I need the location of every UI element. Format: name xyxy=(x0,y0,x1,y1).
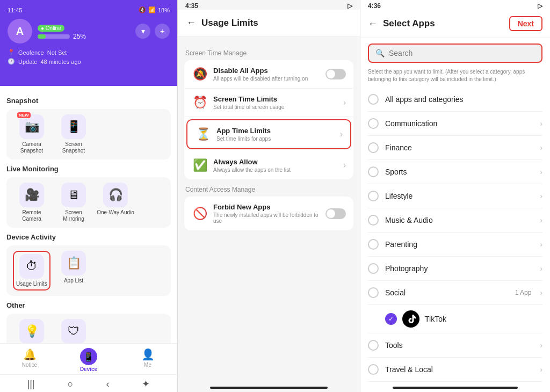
category-music-audio[interactable]: Music & Audio › xyxy=(368,208,542,233)
app-time-subtitle: Set time limits for apps xyxy=(216,136,335,142)
screen-time-content: Screen Time Limits Set total time of scr… xyxy=(213,95,338,110)
notice-icon: 🔔 xyxy=(23,348,37,361)
camera-snapshot-label: Camera Snapshot xyxy=(13,141,50,154)
gesture-back[interactable]: ‹ xyxy=(106,379,109,390)
category-all-apps[interactable]: All apps and categories xyxy=(368,88,542,112)
always-allow-item[interactable]: ✅ Always Allow Always allow the apps on … xyxy=(184,151,353,179)
screen-snapshot-icon-box: 📱 xyxy=(61,114,86,139)
select-hint: Select the app you want to limit. (After… xyxy=(360,68,550,88)
screen-time-icon: ⏰ xyxy=(192,96,208,110)
battery-fill xyxy=(38,34,46,39)
battery-row: 25% xyxy=(38,33,130,40)
check-permissions-item[interactable]: 🛡 Check Permissions xyxy=(55,319,92,343)
category-parenting[interactable]: Parenting › xyxy=(368,233,542,257)
disable-toggle[interactable] xyxy=(325,69,346,79)
panel3-back-button[interactable]: ← xyxy=(368,18,378,30)
chevron-parenting: › xyxy=(540,240,542,249)
category-tools[interactable]: Tools › xyxy=(368,333,542,358)
search-input[interactable] xyxy=(389,49,535,57)
me-label: Me xyxy=(144,362,151,368)
radio-lifestyle xyxy=(368,191,379,201)
screen-time-limits-item[interactable]: ⏰ Screen Time Limits Set total time of s… xyxy=(184,89,353,117)
panel-right: 4:36 ▷ ← Select Apps Next 🔍 Select the a… xyxy=(360,0,550,392)
chevron-social: › xyxy=(540,288,542,297)
avatar-initial: A xyxy=(16,25,24,38)
status-time: 11:45 xyxy=(8,7,23,13)
update-label: Update xyxy=(18,59,37,65)
cat-lifestyle-label: Lifestyle xyxy=(385,192,533,200)
one-way-audio-item[interactable]: 🎧 One-Way Audio xyxy=(97,183,134,222)
one-way-audio-label: One-Way Audio xyxy=(97,209,134,216)
forbid-title: Forbid New Apps xyxy=(213,203,320,211)
category-communication[interactable]: Communication › xyxy=(368,112,542,136)
battery-percent: 25% xyxy=(73,33,86,40)
check-permissions-icon: 🛡 xyxy=(68,324,79,338)
gesture-menu[interactable]: ||| xyxy=(27,379,35,390)
search-box[interactable]: 🔍 xyxy=(368,43,542,63)
add-button[interactable]: + xyxy=(155,24,170,39)
expand-button[interactable]: ▾ xyxy=(135,24,150,39)
screen-mirroring-item[interactable]: 🖥 Screen Mirroring xyxy=(55,183,92,222)
app-list-item[interactable]: 📋 App List xyxy=(55,251,92,291)
category-sports[interactable]: Sports › xyxy=(368,160,542,184)
screen-time-chevron: › xyxy=(343,98,346,107)
radio-photography xyxy=(368,263,379,274)
forbid-new-apps-item[interactable]: 🚫 Forbid New Apps The newly installed ap… xyxy=(184,197,353,230)
radio-travel-local xyxy=(368,364,379,375)
panel2-body: Screen Time Manage 🔕 Disable All Apps Al… xyxy=(178,37,360,383)
new-badge: NEW xyxy=(17,112,31,118)
gesture-home[interactable]: ○ xyxy=(68,379,74,390)
avatar: A xyxy=(8,19,32,43)
panel3-header-left: ← Select Apps xyxy=(368,18,435,30)
nav-device[interactable]: 📱 Device xyxy=(59,348,118,372)
next-button[interactable]: Next xyxy=(509,16,542,31)
category-lifestyle[interactable]: Lifestyle › xyxy=(368,184,542,208)
always-allow-content: Always Allow Always allow the apps on th… xyxy=(213,158,338,173)
battery-bar xyxy=(38,34,70,39)
forbid-toggle[interactable] xyxy=(325,208,346,219)
nav-notice[interactable]: 🔔 Notice xyxy=(0,348,59,372)
gesture-accessibility[interactable]: ✦ xyxy=(142,378,150,390)
app-time-limits-item[interactable]: ⏳ App Time Limits Set time limits for ap… xyxy=(186,119,351,149)
status-icons: 🔇 📶 18% xyxy=(139,6,170,13)
radio-communication xyxy=(368,118,379,129)
app-time-icon: ⏳ xyxy=(195,127,211,141)
online-badge: ● Online xyxy=(38,25,64,32)
disable-content: Disable All Apps All apps will be disabl… xyxy=(213,67,320,82)
category-travel-local[interactable]: Travel & Local › xyxy=(368,358,542,382)
remote-camera-item[interactable]: 🎥 Remote Camera xyxy=(13,183,50,222)
category-finance[interactable]: Finance › xyxy=(368,136,542,160)
find-child-app-item[interactable]: 💡 Find Child's App xyxy=(13,319,50,343)
remote-camera-icon: 🎥 xyxy=(25,188,39,202)
radio-finance xyxy=(368,142,379,153)
cat-tools-label: Tools xyxy=(385,341,533,350)
camera-snapshot-item[interactable]: 📷 NEW Camera Snapshot xyxy=(13,114,50,154)
screen-snapshot-icon: 📱 xyxy=(67,120,81,134)
cat-parenting-label: Parenting xyxy=(385,240,533,249)
usage-limits-item[interactable]: ⏱ Usage Limits xyxy=(13,251,50,291)
app-time-content: App Time Limits Set time limits for apps xyxy=(216,127,335,142)
category-photography[interactable]: Photography › xyxy=(368,257,542,281)
category-social[interactable]: Social 1 App › xyxy=(368,281,542,305)
panel2-status-icons: ▷ xyxy=(348,2,352,10)
screen-time-title: Screen Time Limits xyxy=(213,95,338,103)
status-bar: 11:45 🔇 📶 18% xyxy=(8,6,170,13)
avatar-info: ● Online 25% xyxy=(38,23,130,40)
nav-me[interactable]: 👤 Me xyxy=(118,348,177,372)
cat-all-apps-label: All apps and categories xyxy=(385,95,542,104)
disable-all-apps-item[interactable]: 🔕 Disable All Apps All apps will be disa… xyxy=(184,60,353,89)
chevron-lifestyle: › xyxy=(540,192,542,200)
screen-snapshot-item[interactable]: 📱 Screen Snapshot xyxy=(55,114,92,154)
disable-subtitle: All apps will be disabled after turning … xyxy=(213,76,320,82)
app-list-icon: 📋 xyxy=(67,256,81,270)
panel3-header: ← Select Apps Next xyxy=(360,10,550,38)
cat-travel-local-label: Travel & Local xyxy=(385,365,533,374)
geofence-label: Geofence xyxy=(18,49,44,56)
disable-title: Disable All Apps xyxy=(213,67,320,75)
usage-limits-icon-box: ⏱ xyxy=(19,254,44,279)
tiktok-item[interactable]: ✓ TikTok xyxy=(368,305,542,333)
panel2-back-button[interactable]: ← xyxy=(186,17,196,28)
chevron-tools: › xyxy=(540,341,542,350)
radio-social xyxy=(368,287,379,298)
cat-sports-label: Sports xyxy=(385,168,533,176)
